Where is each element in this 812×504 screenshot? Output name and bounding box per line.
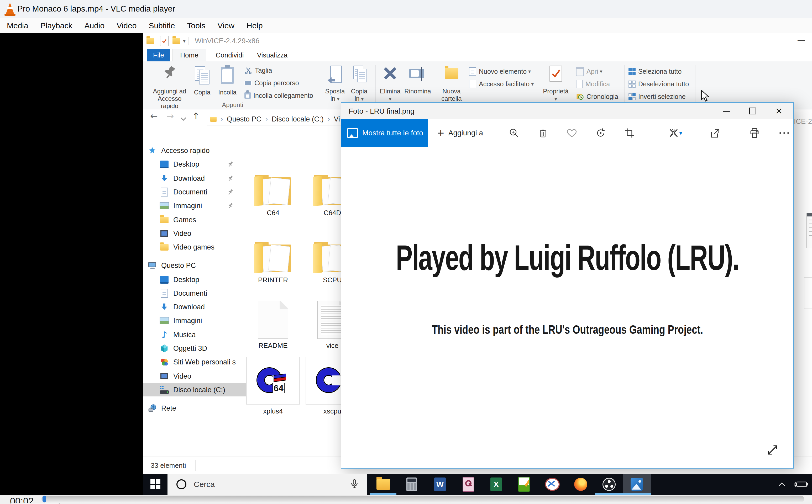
tray-show-hidden-icons[interactable] [774, 474, 790, 495]
easy-access-button[interactable]: Accesso facilitato [469, 78, 534, 90]
sidebar-item-local-disk-c[interactable]: Disco locale (C:) [143, 383, 250, 396]
delete-icon[interactable] [534, 124, 552, 142]
menu-playback[interactable]: Playback [40, 21, 79, 30]
breadcrumb-current[interactable]: Vi [334, 115, 340, 123]
tab-file[interactable]: File [147, 49, 170, 61]
invert-selection-button[interactable]: Inverti selezione [629, 91, 686, 102]
history-button[interactable]: Cronologia [576, 91, 618, 102]
sidebar-item-pc-video[interactable]: Video [143, 370, 250, 383]
menu-audio[interactable]: Audio [84, 21, 111, 30]
menu-video[interactable]: Video [117, 21, 143, 30]
photos-maximize-button[interactable] [741, 103, 765, 119]
expand-fullscreen-icon[interactable] [766, 443, 781, 459]
taskbar-word-icon[interactable]: W [426, 474, 454, 495]
photos-close-button[interactable] [767, 103, 791, 119]
menu-tools[interactable]: Tools [187, 21, 212, 30]
partial-control-button[interactable] [9, 503, 60, 504]
file-xplus4[interactable]: 64 xplus4 [244, 350, 302, 416]
move-to-button[interactable]: Sposta in [324, 63, 345, 107]
sidebar-item-music[interactable]: ♪ Musica [143, 328, 250, 341]
favorite-heart-icon[interactable] [563, 124, 581, 142]
sidebar-item-desktop[interactable]: Desktop [143, 158, 250, 171]
breadcrumb-this-pc[interactable]: Questo PC [227, 115, 261, 123]
taskbar-snipping-tool-icon[interactable] [538, 474, 567, 495]
taskbar-obs-icon[interactable] [595, 474, 623, 495]
new-item-button[interactable]: Nuovo elemento [469, 66, 531, 77]
up-button[interactable]: ↑ [192, 111, 200, 121]
open-button[interactable]: Apri [576, 66, 603, 77]
file-readme[interactable]: README [244, 284, 302, 350]
sidebar-item-video-games[interactable]: Video games [143, 241, 250, 254]
sidebar-item-network[interactable]: Rete [143, 402, 238, 415]
tab-home[interactable]: Home [172, 49, 206, 61]
qat-newfolder-icon[interactable] [172, 38, 180, 44]
explorer-minimize-button[interactable] [793, 36, 809, 46]
sidebar-item-pictures[interactable]: Immagini [143, 199, 250, 212]
qat-properties-icon[interactable] [160, 36, 169, 46]
forward-button[interactable]: → [166, 111, 174, 121]
paste-button[interactable]: Incolla [216, 63, 239, 107]
file-folder-printer[interactable]: PRINTER [244, 219, 302, 284]
taskbar-firefox-icon[interactable] [567, 474, 595, 495]
recent-locations-dropdown[interactable] [181, 115, 186, 121]
seek-handle[interactable] [43, 496, 46, 502]
copy-to-button[interactable]: Copia in [348, 63, 369, 107]
sidebar-item-documents[interactable]: Documenti [143, 185, 250, 199]
taskbar-explorer-icon[interactable] [369, 474, 397, 495]
sidebar-item-pc-pictures[interactable]: Immagini [143, 314, 250, 327]
tray-battery-icon[interactable] [791, 474, 812, 495]
qat-dropdown-icon[interactable] [183, 38, 186, 44]
sidebar-item-quick-access[interactable]: Accesso rapido [143, 144, 238, 157]
select-none-button[interactable]: Deseleziona tutto [629, 78, 689, 90]
paste-shortcut-button[interactable]: Incolla collegamento [244, 90, 313, 101]
new-folder-button[interactable]: Nuova cartella [439, 63, 465, 107]
sidebar-item-3d-objects[interactable]: Oggetti 3D [143, 342, 250, 355]
rotate-icon[interactable] [592, 124, 610, 142]
crop-icon[interactable] [620, 124, 639, 142]
taskbar-calculator-icon[interactable] [397, 474, 426, 495]
taskbar-search-box[interactable]: Cerca [167, 474, 367, 495]
video-canvas[interactable]: WinVICE-2.4.29-x86 File Home Condividi V… [0, 33, 812, 495]
back-button[interactable]: ← [150, 111, 158, 121]
select-all-button[interactable]: Seleziona tutto [629, 66, 682, 77]
taskbar-excel-icon[interactable]: X [482, 474, 510, 495]
sidebar-item-download[interactable]: Download [143, 172, 250, 185]
copy-button[interactable]: Copia [191, 63, 214, 107]
cut-button[interactable]: Taglia [244, 65, 272, 76]
menu-help[interactable]: Help [246, 21, 269, 30]
sidebar-item-games[interactable]: Games [143, 213, 250, 226]
share-icon[interactable] [706, 124, 724, 142]
taskbar-key-document-icon[interactable] [454, 474, 483, 495]
menu-media[interactable]: Media [7, 21, 35, 30]
menu-view[interactable]: View [218, 21, 241, 30]
print-icon[interactable] [745, 124, 764, 142]
add-to-button[interactable]: + Aggiungi a [438, 119, 483, 147]
copy-path-button[interactable]: Copia percorso [244, 77, 299, 89]
taskbar-photos-icon[interactable] [623, 474, 651, 495]
menu-subtitle[interactable]: Subtitle [149, 21, 181, 30]
seek-bar[interactable] [41, 496, 804, 502]
edit-create-icon[interactable] [663, 124, 688, 142]
sidebar-item-pc-desktop[interactable]: Desktop [143, 273, 250, 286]
file-folder-c64[interactable]: C64 [244, 152, 302, 217]
sidebar-item-pc-documents[interactable]: Documenti [143, 287, 250, 300]
sidebar-item-this-pc[interactable]: Questo PC [143, 259, 238, 272]
photos-minimize-button[interactable] [715, 103, 738, 119]
microphone-icon[interactable] [350, 479, 359, 490]
taskbar-notes-icon[interactable] [510, 474, 538, 495]
delete-button[interactable]: Elimina [379, 63, 401, 107]
sidebar-item-pc-download[interactable]: Download [143, 300, 250, 314]
edit-button[interactable]: Modifica [576, 78, 610, 90]
breadcrumb-local-disk[interactable]: Disco locale (C:) [272, 115, 324, 123]
tab-share[interactable]: Condividi [210, 49, 249, 61]
show-all-photos-button[interactable]: Mostra tutte le foto [341, 119, 428, 147]
sidebar-item-personal-websites[interactable]: Siti Web personali s [143, 356, 250, 369]
pin-to-quickaccess-button[interactable]: Aggiungi ad Accesso rapido [151, 63, 188, 107]
start-button[interactable] [143, 474, 167, 495]
rename-button[interactable]: Rinomina [402, 63, 433, 107]
properties-button[interactable]: Proprietà [541, 63, 570, 107]
sidebar-item-video[interactable]: Video [143, 227, 250, 240]
more-options-icon[interactable] [775, 124, 793, 142]
tab-view[interactable]: Visualizza [252, 49, 292, 61]
zoom-icon[interactable] [505, 124, 523, 142]
